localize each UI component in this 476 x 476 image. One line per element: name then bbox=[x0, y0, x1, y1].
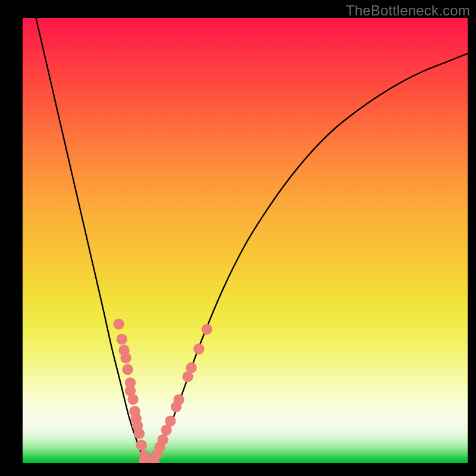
sample-dot bbox=[136, 440, 147, 450]
sample-dot bbox=[122, 364, 133, 375]
sample-dot bbox=[157, 434, 168, 445]
sample-dot bbox=[117, 334, 127, 345]
sample-dot bbox=[113, 318, 124, 329]
chart-svg bbox=[23, 18, 468, 463]
sample-dot bbox=[120, 352, 131, 363]
sample-dot bbox=[186, 362, 196, 373]
sample-dots bbox=[113, 318, 212, 463]
sample-dot bbox=[173, 394, 184, 405]
sample-dot bbox=[134, 428, 145, 439]
chart-frame: TheBottleneck.com bbox=[0, 0, 476, 476]
sample-dot bbox=[127, 394, 138, 405]
watermark-text: TheBottleneck.com bbox=[346, 2, 470, 19]
sample-dot bbox=[201, 324, 212, 334]
sample-dot bbox=[193, 343, 204, 354]
plot-area bbox=[23, 18, 468, 463]
bottleneck-curve-path bbox=[36, 18, 468, 462]
bottleneck-curve bbox=[36, 18, 468, 462]
sample-dot bbox=[165, 415, 176, 426]
